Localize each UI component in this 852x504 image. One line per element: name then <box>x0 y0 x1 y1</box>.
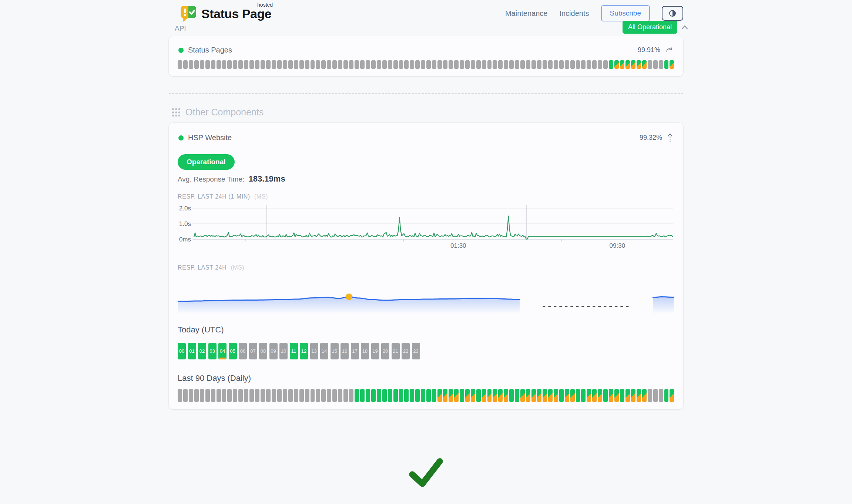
uptime-bar[interactable] <box>338 60 342 69</box>
uptime-bar[interactable] <box>217 60 221 69</box>
uptime-bar[interactable] <box>283 389 287 402</box>
uptime-bar[interactable] <box>360 389 365 402</box>
uptime-bar[interactable] <box>592 60 597 69</box>
uptime-bar[interactable] <box>261 389 265 402</box>
uptime-bar[interactable] <box>598 60 602 69</box>
uptime-bar[interactable] <box>388 389 392 402</box>
uptime-bar[interactable] <box>410 60 414 69</box>
uptime-bar[interactable] <box>570 389 575 402</box>
uptime-bar[interactable] <box>631 389 635 402</box>
uptime-bar[interactable] <box>178 389 182 402</box>
uptime-bar[interactable] <box>355 389 359 402</box>
uptime-bar[interactable] <box>509 60 514 69</box>
uptime-bar[interactable] <box>294 60 298 69</box>
uptime-bar[interactable] <box>321 389 326 402</box>
uptime-bar[interactable] <box>222 60 227 69</box>
uptime-bar[interactable] <box>554 389 558 402</box>
uptime-bar[interactable] <box>277 389 282 402</box>
uptime-bar[interactable] <box>205 389 210 402</box>
hour-block-18[interactable]: 18 <box>361 343 369 359</box>
uptime-bar[interactable] <box>432 389 436 402</box>
uptime-bar[interactable] <box>460 389 464 402</box>
chevron-up-icon[interactable] <box>681 25 688 30</box>
uptime-bar[interactable] <box>653 389 658 402</box>
uptime-bar[interactable] <box>587 389 591 402</box>
uptime-bar[interactable] <box>255 389 259 402</box>
uptime-bar[interactable] <box>205 60 210 69</box>
uptime-bar[interactable] <box>548 60 553 69</box>
hour-block-17[interactable]: 17 <box>351 343 359 359</box>
hour-block-16[interactable]: 16 <box>341 343 349 359</box>
uptime-bar[interactable] <box>288 389 293 402</box>
uptime-bar[interactable] <box>465 60 470 69</box>
hour-block-03[interactable]: 03 <box>208 343 217 359</box>
uptime-bar[interactable] <box>625 60 630 69</box>
uptime-bar[interactable] <box>294 389 298 402</box>
hour-block-08[interactable]: 08 <box>259 343 267 359</box>
uptime-bar[interactable] <box>543 60 547 69</box>
hour-block-15[interactable]: 15 <box>331 343 339 359</box>
uptime-bar[interactable] <box>648 389 652 402</box>
uptime-bar[interactable] <box>526 389 530 402</box>
uptime-bar[interactable] <box>377 389 381 402</box>
uptime-bar[interactable] <box>487 389 492 402</box>
uptime-bar[interactable] <box>227 60 232 69</box>
uptime-bar[interactable] <box>482 60 486 69</box>
uptime-bar[interactable] <box>454 60 459 69</box>
uptime-bar[interactable] <box>581 60 586 69</box>
uptime-bar[interactable] <box>670 389 674 402</box>
uptime-bar[interactable] <box>426 60 431 69</box>
uptime-bar[interactable] <box>554 60 558 69</box>
uptime-bar[interactable] <box>520 389 525 402</box>
uptime-bar[interactable] <box>371 389 376 402</box>
uptime-bar[interactable] <box>200 389 204 402</box>
uptime-bar[interactable] <box>614 389 619 402</box>
uptime-bar[interactable] <box>498 60 503 69</box>
uptime-bar[interactable] <box>476 389 481 402</box>
uptime-bar[interactable] <box>620 60 624 69</box>
uptime-bar[interactable] <box>377 60 381 69</box>
uptime-bar[interactable] <box>509 389 514 402</box>
uptime-bar[interactable] <box>288 60 293 69</box>
uptime-bar[interactable] <box>410 389 414 402</box>
hour-block-02[interactable]: 02 <box>198 343 206 359</box>
uptime-bar[interactable] <box>471 60 475 69</box>
uptime-bar[interactable] <box>343 389 348 402</box>
uptime-bar[interactable] <box>642 60 647 69</box>
hour-block-05[interactable]: 05 <box>229 343 237 359</box>
hour-block-07[interactable]: 07 <box>249 343 257 359</box>
uptime-bar[interactable] <box>189 60 193 69</box>
uptime-bar[interactable] <box>598 389 602 402</box>
uptime-bar[interactable] <box>493 60 497 69</box>
overall-status-badge[interactable]: All Operational <box>623 21 677 34</box>
uptime-bar[interactable] <box>421 389 425 402</box>
hour-block-13[interactable]: 13 <box>310 343 318 359</box>
hour-block-23[interactable]: 23 <box>412 343 420 359</box>
uptime-bar[interactable] <box>449 389 453 402</box>
uptime-bar[interactable] <box>299 389 304 402</box>
uptime-bar[interactable] <box>249 389 254 402</box>
uptime-bar[interactable] <box>178 60 182 69</box>
uptime-bar[interactable] <box>244 389 248 402</box>
uptime-bar[interactable] <box>183 389 188 402</box>
uptime-bar[interactable] <box>194 60 199 69</box>
uptime-bar[interactable] <box>366 60 370 69</box>
uptime-bar[interactable] <box>471 389 475 402</box>
uptime-bar[interactable] <box>526 60 530 69</box>
uptime-bar[interactable] <box>443 389 447 402</box>
uptime-bar[interactable] <box>371 60 376 69</box>
nav-maintenance[interactable]: Maintenance <box>505 9 548 18</box>
uptime-bar[interactable] <box>543 389 547 402</box>
uptime-bar[interactable] <box>559 389 564 402</box>
uptime-bar[interactable] <box>603 389 608 402</box>
uptime-bar[interactable] <box>305 389 309 402</box>
uptime-bar[interactable] <box>211 60 215 69</box>
uptime-bar[interactable] <box>332 60 337 69</box>
uptime-bar[interactable] <box>648 60 652 69</box>
uptime-bar[interactable] <box>305 60 309 69</box>
uptime-bar[interactable] <box>255 60 259 69</box>
uptime-bar[interactable] <box>460 60 464 69</box>
uptime-bar[interactable] <box>670 60 674 69</box>
uptime-bar[interactable] <box>238 60 243 69</box>
uptime-bar[interactable] <box>565 60 569 69</box>
